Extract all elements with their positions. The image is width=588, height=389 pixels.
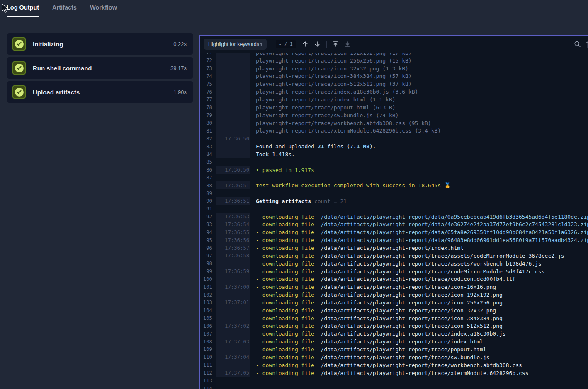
- log-line-number[interactable]: 84: [200, 150, 216, 158]
- log-text: - downloading file /data/artifacts/playw…: [250, 237, 588, 243]
- scroll-to-bottom-button[interactable]: [343, 40, 352, 49]
- log-text: playwright-report/trace/popout.html (613…: [250, 104, 396, 111]
- toolbar-divider: [326, 41, 327, 48]
- log-lines-container[interactable]: 71playwright-report/trace/icon-192x192.p…: [200, 49, 588, 389]
- workflow-run-page: { "colors": { "accent_border": "#5d5fc4"…: [0, 0, 588, 389]
- log-line-number[interactable]: 107: [200, 330, 216, 338]
- log-line-number[interactable]: 81: [200, 127, 216, 135]
- log-line-number[interactable]: 101: [200, 283, 216, 291]
- search-button[interactable]: [573, 40, 582, 49]
- log-line-number[interactable]: 94: [200, 228, 216, 236]
- log-line-number[interactable]: 113: [200, 377, 216, 384]
- log-timestamp: 17:37:04: [216, 353, 250, 361]
- keyword-highlight-input[interactable]: Highlight for keywords: [204, 39, 267, 50]
- log-line-number[interactable]: 90: [200, 197, 216, 205]
- log-line-number[interactable]: 112: [200, 369, 216, 377]
- log-timestamp: [216, 143, 250, 150]
- log-line-number[interactable]: 91: [200, 205, 216, 213]
- log-timestamp: [216, 88, 250, 96]
- toolbar-divider: [567, 41, 567, 48]
- log-timestamp: [216, 346, 250, 353]
- log-line-number[interactable]: 89: [200, 189, 216, 197]
- tab-label: Workflow: [90, 4, 117, 11]
- clipped-icon[interactable]: [585, 41, 588, 49]
- log-line-number[interactable]: 78: [200, 104, 216, 111]
- log-line-number[interactable]: 82: [200, 135, 216, 143]
- log-line-number[interactable]: 103: [200, 299, 216, 307]
- log-text-segment: Took 1.418s.: [256, 151, 295, 157]
- log-line-number[interactable]: 97: [200, 252, 216, 260]
- log-text: - downloading file /data/artifacts/playw…: [250, 370, 528, 376]
- log-text-segment: ).: [369, 143, 376, 150]
- log-text: playwright-report/trace/index.a18c30b0.j…: [250, 89, 418, 95]
- scroll-to-bottom-icon: [344, 41, 351, 48]
- log-text-segment: - downloading file: [256, 362, 321, 368]
- step-card-run-shell-command[interactable]: Run shell command 39.17s: [7, 57, 193, 79]
- log-timestamp: [216, 127, 250, 135]
- step-card-upload-artifacts[interactable]: Upload artifacts 1.90s: [7, 81, 193, 103]
- log-line-number[interactable]: 93: [200, 221, 216, 229]
- log-line-number[interactable]: 102: [200, 291, 216, 299]
- log-text: - downloading file /data/artifacts/playw…: [250, 338, 483, 345]
- log-line-number[interactable]: 105: [200, 314, 216, 322]
- log-line-number[interactable]: 88: [200, 181, 216, 189]
- log-line-number[interactable]: 108: [200, 338, 216, 346]
- log-line-number[interactable]: 74: [200, 72, 216, 80]
- tab-label: Log Output: [7, 4, 39, 11]
- log-line-number[interactable]: 114: [200, 384, 216, 389]
- step-duration: 0.22s: [173, 41, 187, 47]
- log-text: • passed in 1.917s: [250, 167, 314, 173]
- log-line-number[interactable]: 111: [200, 361, 216, 369]
- log-line-number[interactable]: 92: [200, 213, 216, 221]
- log-line-number[interactable]: 77: [200, 96, 216, 104]
- log-line-number[interactable]: 83: [200, 143, 216, 150]
- log-text-segment: playwright-report/trace/index.a18c30b0.j…: [256, 89, 418, 95]
- log-line-number[interactable]: 86: [200, 166, 216, 174]
- log-line-number[interactable]: 87: [200, 174, 216, 182]
- log-line-number[interactable]: 85: [200, 158, 216, 166]
- log-line-number[interactable]: 73: [200, 65, 216, 72]
- log-line-number[interactable]: 110: [200, 353, 216, 361]
- step-label: Run shell command: [33, 65, 170, 72]
- log-timestamp: [216, 307, 250, 314]
- log-line-number[interactable]: 104: [200, 307, 216, 314]
- log-text-segment: • passed in 1.917s: [256, 167, 314, 173]
- log-text: Getting artifacts count = 21: [250, 198, 347, 204]
- log-timestamp: [216, 260, 250, 268]
- log-line-number[interactable]: 79: [200, 111, 216, 119]
- log-line-number[interactable]: 109: [200, 346, 216, 353]
- previous-match-button[interactable]: [301, 40, 310, 49]
- log-line-number[interactable]: 100: [200, 275, 216, 283]
- log-text: - downloading file /data/artifacts/playw…: [250, 276, 515, 282]
- log-line-number[interactable]: 80: [200, 119, 216, 127]
- log-text-segment: /data/artifacts/playwright-report/index.…: [321, 245, 464, 251]
- log-line-number[interactable]: 72: [200, 57, 216, 65]
- log-text-segment: /data/artifacts/playwright-report/trace/…: [321, 323, 503, 329]
- log-line-number[interactable]: 95: [200, 236, 216, 244]
- log-line: 8817:36:51test workflow execution comple…: [200, 181, 588, 189]
- log-line: 75playwright-report/trace/icon-512x512.p…: [200, 80, 588, 88]
- log-line-number[interactable]: 76: [200, 88, 216, 96]
- log-text: - downloading file /data/artifacts/playw…: [250, 307, 496, 314]
- tab-artifacts[interactable]: Artifacts: [52, 4, 77, 17]
- next-match-button[interactable]: [313, 40, 322, 49]
- log-timestamp: [216, 158, 250, 166]
- log-line-number[interactable]: 96: [200, 244, 216, 252]
- tab-log-output[interactable]: Log Output: [7, 4, 39, 17]
- log-line: 113: [200, 377, 588, 384]
- log-line-number[interactable]: 98: [200, 260, 216, 268]
- log-text-segment: playwright-report/trace/workbench.abfdb3…: [256, 120, 431, 126]
- log-line: 102- downloading file /data/artifacts/pl…: [200, 291, 588, 299]
- log-line-number[interactable]: 75: [200, 80, 216, 88]
- log-text: - downloading file /data/artifacts/playw…: [250, 354, 490, 360]
- log-text-segment: 21: [318, 143, 324, 150]
- log-text: playwright-report/trace/index.html (1.1 …: [250, 97, 396, 103]
- log-line-number[interactable]: 99: [200, 268, 216, 275]
- log-line-number[interactable]: 106: [200, 322, 216, 330]
- funnel-icon: [259, 41, 263, 47]
- step-card-initializing[interactable]: Initializing 0.22s: [7, 33, 193, 55]
- tab-workflow[interactable]: Workflow: [90, 4, 117, 17]
- scroll-to-top-button[interactable]: [331, 40, 340, 49]
- log-text-segment: /data/artifacts/playwright-report/trace/…: [321, 261, 542, 267]
- log-timestamp: 17:36:54: [216, 221, 250, 229]
